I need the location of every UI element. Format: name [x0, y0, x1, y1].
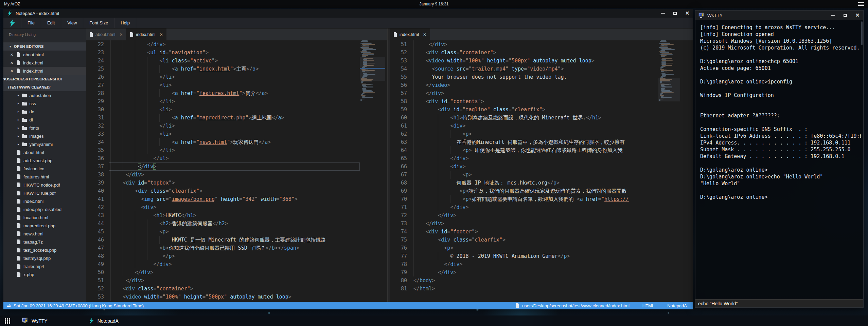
file-item[interactable]: testmysql.php [3, 254, 86, 262]
code-line-58[interactable]: <div id="contents"> [412, 97, 658, 106]
folder-item-dl[interactable]: ▸dl [3, 116, 86, 124]
folder-item-dc[interactable]: ▸dc [3, 108, 86, 116]
code-line-57[interactable]: </div> [412, 89, 658, 97]
minimap[interactable] [360, 40, 385, 302]
code-line-29[interactable]: </li> [109, 97, 360, 106]
open-editors-header[interactable]: ▾OPEN EDITORS [3, 42, 86, 51]
code-line-35[interactable]: </li> [109, 146, 360, 154]
code-line-61[interactable]: <div> [412, 122, 658, 130]
code-line-54[interactable]: <source src="trailer.mp4" type="video/mp… [412, 65, 658, 73]
code-line-76[interactable]: <p> [412, 244, 658, 252]
code-line-55[interactable]: Your browser does not support the video … [412, 73, 658, 81]
code-line-70[interactable]: <p>如有問題或需要申請白名單，歡迎加入我們的 <a href="https:/… [412, 195, 658, 203]
code-line-23[interactable]: <ul id="navigation"> [109, 49, 360, 57]
taskbar-item-notepada[interactable]: NotepadA [85, 315, 122, 326]
notepada-titlebar[interactable]: NotepadA - index.html ✕ [3, 9, 693, 18]
code-line-79[interactable]: </div> [412, 268, 658, 276]
file-item[interactable]: index.html [3, 197, 86, 205]
code-line-32[interactable]: </li> [109, 122, 360, 130]
maximize-button[interactable] [843, 13, 848, 18]
maximize-button[interactable] [673, 11, 677, 16]
folder-item-css[interactable]: ▸css [3, 99, 86, 108]
file-item[interactable]: features.html [3, 173, 86, 181]
code-line-64[interactable]: <p> 即使你不是建築師，你也能透過紅石師或鐵路工程師的身份加入我 [412, 146, 658, 154]
tab-close-icon[interactable]: ✕ [119, 32, 123, 37]
code-line-31[interactable]: <a href="mapredirect.php">網上地圖</a> [109, 114, 360, 122]
taskbar-item-wstty[interactable]: WsTTY [18, 315, 51, 326]
file-item[interactable]: index.php_disabled [3, 205, 86, 213]
code-line-75[interactable]: <div class="clearfix"> [412, 236, 658, 244]
code-line-39[interactable]: <div id="topbox"> [109, 179, 360, 187]
code-line-80[interactable]: </body> [412, 276, 658, 285]
status-language[interactable]: HTML [642, 303, 654, 308]
app-launcher-icon[interactable] [5, 318, 10, 324]
pane-splitter[interactable] [387, 28, 390, 302]
file-item[interactable]: HKWTC rule.pdf [3, 189, 86, 197]
code-line-26[interactable]: </li> [109, 73, 360, 81]
file-item[interactable]: test_sockets.php [3, 246, 86, 254]
code-editor[interactable]: </div> <div class="container"> <video wi… [412, 40, 658, 302]
menu-font-size[interactable]: Font Size [83, 18, 114, 28]
code-line-27[interactable]: <li> [109, 81, 360, 89]
code-line-81[interactable]: </html> [412, 285, 658, 293]
folder-item-images[interactable]: ▸images [3, 132, 86, 140]
scrollbar-thumb[interactable] [861, 21, 863, 45]
code-line-51[interactable]: </div> [412, 40, 658, 49]
code-line-33[interactable]: <li> [109, 130, 360, 138]
tab-close-icon[interactable]: ✕ [423, 32, 426, 37]
code-line-63[interactable]: 在香港的Minecraft 伺服器中，多為小遊戲和純生存的伺服器，較少擁有 [412, 138, 658, 146]
folder-item-yamiyamimi[interactable]: ▸yamiyamimi [3, 140, 86, 148]
aroz-brand-label[interactable]: My ArOZ [4, 2, 20, 6]
menu-view[interactable]: View [61, 18, 83, 28]
code-line-51[interactable]: </div> [109, 276, 360, 285]
code-line-67[interactable]: <p> [412, 171, 658, 179]
code-line-68[interactable]: 伺服器 IP 地址為： mcs.hkwtc.org</p> [412, 179, 658, 187]
code-line-28[interactable]: <a href="features.html">簡介</a> [109, 89, 360, 97]
open-editor-item[interactable]: ✕index.html [3, 59, 86, 67]
code-editor[interactable]: </div> <ul id="navigation"> <li class="a… [109, 40, 360, 302]
close-icon[interactable]: ✕ [10, 61, 14, 65]
file-item[interactable]: news.html [3, 230, 86, 238]
hamburger-menu-icon[interactable] [858, 2, 864, 6]
minimize-button[interactable] [660, 11, 665, 16]
folder-item-autostation[interactable]: ▸autostation [3, 91, 86, 99]
file-item[interactable]: mapredirect.php [3, 222, 86, 230]
close-button[interactable]: ✕ [685, 11, 690, 16]
file-item[interactable]: HKWTC notice.pdf [3, 181, 86, 189]
code-line-53[interactable]: <video width="100%" height="500px" autop… [109, 293, 360, 301]
file-item[interactable]: teabag.7z [3, 238, 86, 246]
open-editor-item[interactable]: ✕index.html [3, 67, 86, 75]
tab-index.html[interactable]: index.html✕ [126, 28, 166, 40]
workspace-folder-header[interactable]: ▾USER:/DESKTOP/SCREENSHOT/TEST/WWW CLEAN… [3, 75, 86, 91]
status-file-path[interactable]: user:/Desktop/screenshot/test/www cleane… [522, 303, 630, 308]
terminal-output[interactable]: [info] Conencting to arozos WsTTY servic… [695, 20, 861, 299]
wstty-titlebar[interactable]: WsTTY ✕ [695, 11, 863, 20]
code-line-59[interactable]: <div id="tagline" class="clearfix"> [412, 106, 658, 114]
file-item[interactable]: favicon.ico [3, 165, 86, 173]
code-line-74[interactable]: <div id="footer"> [412, 228, 658, 236]
code-line-69[interactable]: <p>請注意，我們的伺服器為確保玩家及遊玩時的質素，我們對的服器開啟 [412, 187, 658, 195]
code-line-30[interactable]: <li> [109, 106, 360, 114]
code-line-66[interactable]: <div> [412, 162, 658, 171]
code-line-50[interactable]: </div> [109, 268, 360, 276]
menu-help[interactable]: Help [114, 18, 136, 28]
code-line-44[interactable]: <h2>香港的建築伺服器</h2> [109, 219, 360, 228]
file-item[interactable]: x.php [3, 270, 86, 279]
close-icon[interactable]: ✕ [10, 69, 14, 73]
code-line-47[interactable]: <b>你知道我們全線伺服器已轉用 SSD 了嗎？</b></span> [109, 244, 360, 252]
code-line-43[interactable]: <h1>HKWTC</h1> [109, 211, 360, 219]
minimize-button[interactable] [831, 13, 835, 18]
code-line-73[interactable]: </div> [412, 219, 658, 228]
file-item[interactable]: add_vhost.php [3, 156, 86, 165]
tab-index.html[interactable]: index.html✕ [390, 28, 430, 40]
code-line-72[interactable]: </div> [412, 211, 658, 219]
code-line-56[interactable]: </video> [412, 81, 658, 89]
code-line-53[interactable]: <video width="100%" height="500px" autop… [412, 57, 658, 65]
code-line-65[interactable]: </div> [412, 154, 658, 162]
code-line-62[interactable]: <p> [412, 130, 658, 138]
file-item[interactable]: trailer.mp4 [3, 262, 86, 270]
code-line-45[interactable]: <p> [109, 228, 360, 236]
menu-file[interactable]: File [21, 18, 41, 28]
code-line-40[interactable]: <div class="clearfix"> [109, 187, 360, 195]
terminal-input[interactable]: echo "Hello World" [695, 299, 863, 307]
